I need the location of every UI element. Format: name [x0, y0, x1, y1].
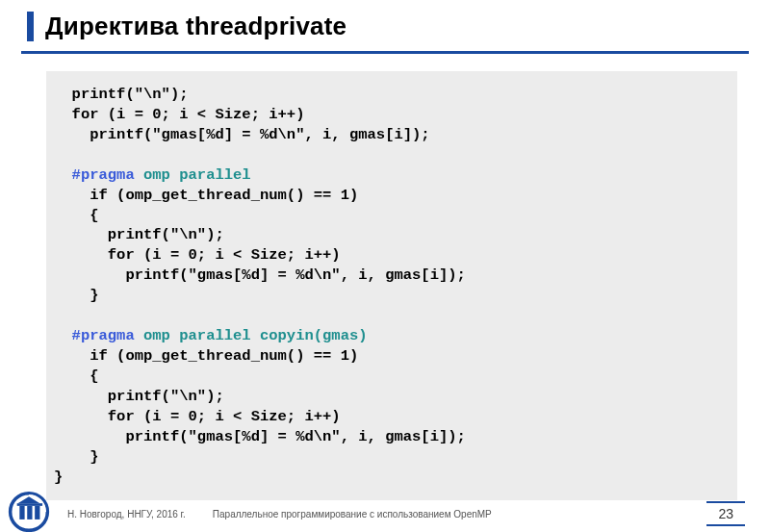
title-rule — [21, 51, 749, 54]
svg-rect-2 — [27, 506, 32, 519]
footer: Н. Новгород, ННГУ, 2016 г. Параллельное … — [0, 495, 770, 532]
code-line-18: printf("gmas[%d] = %d\n", i, gmas[i]); — [54, 428, 466, 445]
code-line-8: printf("\n"); — [54, 226, 224, 243]
code-line-20: } — [54, 469, 63, 486]
svg-rect-1 — [19, 506, 24, 519]
slide-title: Директива threadprivate — [45, 12, 346, 41]
pragma-args: omp parallel — [135, 166, 251, 184]
university-logo-icon — [6, 491, 52, 532]
code-line-9: for (i = 0; i < Size; i++) — [54, 246, 341, 264]
code-line-6: if (omp_get_thread_num() == 1) — [54, 187, 358, 204]
footer-location: Н. Новгород, ННГУ, 2016 г. — [67, 509, 186, 519]
code-line-1: printf("\n"); — [54, 86, 189, 103]
code-line-7: { — [54, 207, 99, 224]
code-line-3: printf("gmas[%d] = %d\n", i, gmas[i]); — [54, 126, 430, 143]
slide: Директива threadprivate printf("\n"); fo… — [0, 0, 770, 532]
code-listing: printf("\n"); for (i = 0; i < Size; i++)… — [54, 85, 730, 487]
code-line-14: if (omp_get_thread_num() == 1) — [54, 347, 358, 365]
footer-course: Параллельное программирование с использо… — [213, 509, 492, 519]
code-box: printf("\n"); for (i = 0; i < Size; i++)… — [46, 71, 737, 500]
code-line-10: printf("gmas[%d] = %d\n", i, gmas[i]); — [54, 266, 466, 284]
title-area: Директива threadprivate — [0, 12, 770, 41]
svg-rect-4 — [17, 503, 42, 506]
code-line-15: { — [54, 367, 99, 385]
code-line-11: } — [54, 287, 99, 304]
code-line-16: printf("\n"); — [54, 388, 224, 405]
svg-rect-3 — [35, 506, 39, 519]
code-line-2: for (i = 0; i < Size; i++) — [54, 106, 304, 123]
pragma-keyword: #pragma — [54, 166, 135, 184]
code-line-19: } — [54, 448, 99, 466]
code-line-17: for (i = 0; i < Size; i++) — [54, 408, 341, 425]
title-bar: Директива threadprivate — [27, 12, 743, 41]
pragma-keyword-2: #pragma — [54, 327, 135, 344]
page-number: 23 — [706, 501, 745, 526]
pragma-args-2: omp parallel copyin(gmas) — [135, 327, 368, 344]
title-accent — [27, 12, 34, 41]
